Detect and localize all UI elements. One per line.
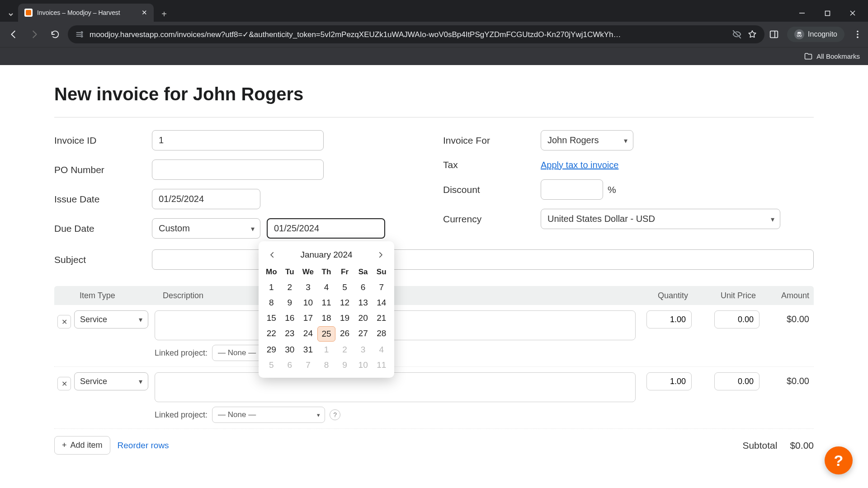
datepicker-day[interactable]: 30 [281, 343, 299, 357]
help-fab-button[interactable]: ? [825, 446, 853, 474]
linked-project-select[interactable]: — None — ▾ [212, 407, 325, 423]
due-date-type-select[interactable]: Custom ▾ [152, 218, 260, 239]
item-quantity-input[interactable] [646, 310, 692, 328]
remove-item-button[interactable]: ✕ [57, 315, 71, 328]
add-item-button[interactable]: + Add item [54, 436, 110, 455]
datepicker-day[interactable]: 23 [281, 326, 299, 342]
datepicker-header: January 2024 [262, 246, 391, 265]
datepicker-day[interactable]: 11 [372, 358, 391, 372]
datepicker-day[interactable]: 25 [317, 326, 336, 342]
datepicker-day[interactable]: 9 [281, 296, 299, 310]
back-button[interactable] [5, 26, 22, 42]
datepicker-day[interactable]: 5 [335, 280, 354, 295]
datepicker-day[interactable]: 21 [372, 311, 391, 325]
datepicker-day[interactable]: 11 [317, 296, 336, 310]
datepicker-day[interactable]: 8 [262, 296, 281, 310]
datepicker-day[interactable]: 1 [317, 343, 336, 357]
datepicker-day[interactable]: 9 [335, 358, 354, 372]
reorder-rows-link[interactable]: Reorder rows [118, 441, 169, 450]
datepicker-day[interactable]: 18 [317, 311, 336, 325]
datepicker-day[interactable]: 3 [354, 343, 373, 357]
datepicker-grid: MoTuWeThFrSaSu12345678910111213141516171… [262, 265, 391, 372]
tab-search-icon[interactable] [4, 7, 18, 22]
omnibox[interactable]: moodjoy.harvestapp.com/invoices/new?utf8… [68, 25, 764, 43]
datepicker-day[interactable]: 2 [335, 343, 354, 357]
datepicker-day[interactable]: 16 [281, 311, 299, 325]
tab-close-icon[interactable]: ✕ [142, 9, 147, 17]
datepicker-day[interactable]: 20 [354, 311, 373, 325]
datepicker-day[interactable]: 10 [299, 296, 317, 310]
datepicker-prev-button[interactable] [266, 249, 278, 261]
maximize-button[interactable] [816, 5, 839, 22]
item-type-select[interactable]: Service ▾ [74, 372, 148, 390]
datepicker-day[interactable]: 2 [281, 280, 299, 295]
plus-icon: + [62, 441, 67, 450]
help-icon[interactable]: ? [330, 409, 340, 420]
datepicker-dow: Tu [281, 265, 299, 279]
datepicker-day[interactable]: 6 [354, 280, 373, 295]
item-unit-price-input[interactable] [714, 372, 760, 390]
item-quantity-input[interactable] [646, 372, 692, 390]
datepicker-day[interactable]: 5 [262, 358, 281, 372]
item-unit-price-input[interactable] [714, 310, 760, 328]
datepicker-day[interactable]: 4 [317, 280, 336, 295]
datepicker-day[interactable]: 22 [262, 326, 281, 342]
invoice-for-select[interactable]: John Rogers ▾ [541, 130, 633, 150]
item-description-input[interactable] [155, 372, 636, 402]
datepicker-day[interactable]: 28 [372, 326, 391, 342]
datepicker-day[interactable]: 4 [372, 343, 391, 357]
subject-input[interactable] [152, 249, 814, 270]
bookmark-star-icon[interactable] [747, 29, 757, 39]
item-type-select[interactable]: Service ▾ [74, 310, 148, 328]
invoice-id-input[interactable] [152, 130, 324, 150]
apply-tax-link[interactable]: Apply tax to invoice [541, 160, 618, 170]
po-number-input[interactable] [152, 160, 324, 180]
subtotal: Subtotal $0.00 [742, 440, 814, 451]
issue-date-input[interactable] [152, 189, 260, 209]
datepicker-day[interactable]: 10 [354, 358, 373, 372]
tax-label: Tax [443, 160, 541, 170]
datepicker-day[interactable]: 27 [354, 326, 373, 342]
browser-chrome: Invoices – Moodjoy – Harvest ✕ + moodjoy… [0, 0, 868, 65]
menu-dots-icon[interactable] [853, 29, 863, 39]
datepicker-day[interactable]: 17 [299, 311, 317, 325]
browser-tab[interactable]: Invoices – Moodjoy – Harvest ✕ [18, 4, 154, 22]
page-scroll[interactable]: New invoice for John Rogers Invoice ID P… [0, 65, 868, 488]
forward-button[interactable] [26, 26, 42, 42]
page-viewport: New invoice for John Rogers Invoice ID P… [0, 65, 868, 488]
datepicker-day[interactable]: 12 [335, 296, 354, 310]
datepicker-day[interactable]: 19 [335, 311, 354, 325]
datepicker-day[interactable]: 26 [335, 326, 354, 342]
new-tab-button[interactable]: + [156, 6, 172, 22]
incognito-indicator[interactable]: Incognito [787, 27, 844, 42]
datepicker-day[interactable]: 14 [372, 296, 391, 310]
item-description-input[interactable] [155, 310, 636, 340]
datepicker-day[interactable]: 6 [281, 358, 299, 372]
eye-off-icon[interactable] [732, 29, 742, 39]
datepicker-day[interactable]: 7 [299, 358, 317, 372]
datepicker-day[interactable]: 3 [299, 280, 317, 295]
datepicker-day[interactable]: 24 [299, 326, 317, 342]
favicon-icon [24, 9, 33, 17]
datepicker-next-button[interactable] [374, 249, 387, 261]
svg-point-13 [857, 37, 859, 38]
discount-suffix: % [608, 184, 616, 195]
side-panel-icon[interactable] [769, 29, 779, 39]
close-window-button[interactable] [841, 5, 864, 22]
datepicker-day[interactable]: 1 [262, 280, 281, 295]
minimize-button[interactable] [790, 5, 814, 22]
remove-item-button[interactable]: ✕ [57, 377, 71, 390]
item-desc-wrap: Linked project: — None — ▾ ? [148, 372, 642, 423]
currency-select[interactable]: United States Dollar - USD ▾ [541, 209, 780, 229]
discount-input[interactable] [541, 179, 603, 200]
reload-button[interactable] [47, 26, 63, 42]
datepicker-day[interactable]: 8 [317, 358, 336, 372]
site-settings-icon[interactable] [75, 30, 84, 39]
datepicker-day[interactable]: 13 [354, 296, 373, 310]
due-date-input[interactable] [267, 218, 385, 239]
datepicker-day[interactable]: 31 [299, 343, 317, 357]
datepicker-day[interactable]: 7 [372, 280, 391, 295]
datepicker-day[interactable]: 29 [262, 343, 281, 357]
datepicker-day[interactable]: 15 [262, 311, 281, 325]
all-bookmarks-link[interactable]: All Bookmarks [804, 52, 860, 61]
